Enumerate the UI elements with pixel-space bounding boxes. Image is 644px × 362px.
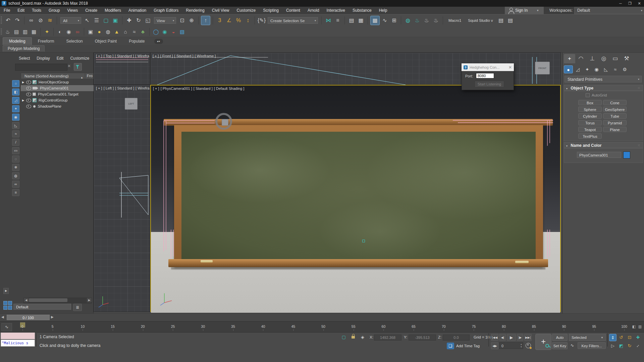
property-editor-icon[interactable]: ▥ bbox=[21, 28, 29, 36]
time-tag-icon[interactable]: ❑ bbox=[447, 343, 454, 349]
select-and-manipulate-icon[interactable]: ⊕ bbox=[187, 16, 196, 25]
ribbon-more-button[interactable]: ●▾ bbox=[154, 39, 163, 44]
menu-views[interactable]: Views bbox=[63, 7, 82, 14]
trackbar-option-icon-2[interactable]: ▥ bbox=[637, 324, 643, 329]
truck-camera-icon[interactable]: ✚ bbox=[634, 334, 642, 341]
time-configuration-icon[interactable] bbox=[526, 343, 531, 348]
menu-scripting[interactable]: Scripting bbox=[259, 7, 282, 14]
x-coordinate-field[interactable]: 1492.368 bbox=[374, 335, 401, 341]
arnold-ring-icon[interactable]: ◯ bbox=[152, 28, 160, 36]
spacewarps-category-icon[interactable]: ≈ bbox=[611, 65, 620, 73]
snaps-toggle-icon[interactable]: 3 bbox=[215, 16, 224, 25]
start-listening-button[interactable]: Start Listening bbox=[475, 81, 504, 87]
shapes-category-icon[interactable]: ◿ bbox=[573, 65, 582, 73]
tab-object-paint[interactable]: Object Paint bbox=[89, 38, 123, 45]
roll-camera-icon[interactable]: ↺ bbox=[618, 334, 625, 341]
window-crossing-icon[interactable]: ▣ bbox=[111, 16, 120, 25]
polygon-modeling-tab[interactable]: Polygon Modeling bbox=[3, 45, 45, 52]
textplus-button[interactable]: TextPlus bbox=[578, 133, 602, 139]
scroll-left-icon[interactable]: ◀ bbox=[24, 298, 29, 302]
set-key-button[interactable]: Set Key bbox=[552, 342, 568, 349]
z-coordinate-field[interactable]: 0.0 bbox=[443, 335, 470, 341]
foliage-icon[interactable]: ♣ bbox=[139, 28, 147, 36]
arnold-sphere-icon[interactable]: ◒ bbox=[169, 28, 177, 36]
display-cameras-icon[interactable]: ◉ bbox=[12, 114, 19, 121]
expand-arrow-icon[interactable]: ▶ bbox=[21, 81, 25, 84]
viewport-menu[interactable]: [ + ] bbox=[96, 86, 102, 90]
menu-content[interactable]: Content bbox=[282, 7, 304, 14]
display-shapes-icon[interactable]: ◿ bbox=[12, 97, 19, 104]
autogrid-checkbox[interactable] bbox=[586, 93, 590, 97]
motion-tab[interactable]: ◎ bbox=[598, 54, 609, 63]
viewport-shading-label[interactable]: [ Wirefra bbox=[136, 86, 150, 90]
dolly-camera-icon[interactable]: ⇕ bbox=[609, 334, 616, 341]
toggle-ribbon-icon[interactable]: ▩ bbox=[370, 16, 380, 25]
display-hidden-icon[interactable]: ◌ bbox=[12, 156, 19, 163]
explorer-menu-display[interactable]: Display bbox=[33, 56, 53, 61]
display-lights-icon[interactable]: ✦ bbox=[12, 105, 19, 112]
macro1-button[interactable]: Macro1 bbox=[448, 18, 461, 22]
dialog-title-bar[interactable]: 3 Hedghehog Con... ✕ bbox=[462, 63, 514, 71]
rendered-frame-window-icon[interactable]: ♨ bbox=[422, 16, 431, 25]
spinner-snap-toggle-icon[interactable]: ↕ bbox=[244, 16, 252, 25]
vp-label-front[interactable]: [ + ][ Front ][ Standard ][ Wireframe ] bbox=[153, 54, 217, 58]
current-frame-field[interactable]: 0 ▲▼ bbox=[499, 342, 523, 349]
y-coordinate-field[interactable]: -395.513 bbox=[409, 335, 436, 341]
time-slider[interactable]: ◀ 0 / 100 ▶ bbox=[0, 313, 644, 321]
explorer-hscrollbar[interactable]: ◀ ▶ bbox=[23, 298, 92, 303]
previous-frame-button[interactable]: ◀| bbox=[499, 334, 506, 341]
viewport-render-label[interactable]: [ Standard ] bbox=[174, 54, 194, 58]
select-and-link-icon[interactable]: ∞ bbox=[27, 16, 36, 25]
display-spacewarps-icon[interactable]: ≈ bbox=[12, 130, 19, 137]
auto-key-button[interactable]: Auto Key bbox=[552, 334, 568, 341]
field-of-view-icon[interactable]: ▷ bbox=[609, 342, 616, 350]
use-pivot-point-center-icon[interactable]: ⊡ bbox=[178, 16, 186, 25]
helpers-category-icon[interactable]: ◺ bbox=[601, 65, 610, 73]
geometry-category-icon[interactable]: ● bbox=[564, 65, 573, 73]
display-geometry-icon[interactable]: ◧ bbox=[12, 88, 19, 96]
key-mode-toggle-button[interactable]: ◀▶ bbox=[491, 342, 498, 349]
lights-category-icon[interactable]: ✦ bbox=[583, 65, 592, 73]
named-selection-sets-dropdown[interactable]: Create Selection Se▾ bbox=[268, 17, 318, 24]
macro-recorder-pane[interactable] bbox=[1, 333, 35, 339]
minimize-button[interactable]: ─ bbox=[616, 0, 625, 7]
layer-list-icon[interactable]: ≣ bbox=[73, 304, 82, 311]
explorer-search-input[interactable] bbox=[15, 64, 67, 71]
toggle-scene-explorer-icon[interactable]: ▤ bbox=[347, 16, 356, 25]
viewport-render-label[interactable]: [ Standard ] bbox=[194, 86, 213, 90]
clear-search-icon[interactable]: ✕ bbox=[67, 64, 71, 68]
cameras-category-icon[interactable]: ◉ bbox=[592, 65, 601, 73]
teapot-settings-icon[interactable]: ♨ bbox=[4, 28, 12, 36]
time-slider-handle[interactable]: 0 / 100 bbox=[7, 315, 50, 320]
select-and-scale-icon[interactable]: ◱ bbox=[144, 16, 152, 25]
display-tab[interactable]: ▭ bbox=[609, 54, 621, 63]
cone-star-icon[interactable]: ▲ bbox=[113, 28, 121, 36]
port-input[interactable] bbox=[476, 73, 494, 78]
curve-editor-icon[interactable]: ∿ bbox=[380, 16, 389, 25]
viewport-top[interactable]: [ + ][ Top ][ Standard ][ Wirefra bbox=[94, 53, 150, 85]
go-to-end-button[interactable]: ▶▶| bbox=[524, 334, 532, 341]
cylinder-button[interactable]: Cylinder bbox=[578, 113, 602, 119]
sphere-yellow-icon[interactable]: ● bbox=[95, 28, 103, 36]
tab-modeling[interactable]: Modeling bbox=[3, 37, 32, 45]
viewport-menu[interactable]: [ + ] bbox=[96, 54, 102, 58]
arnold-filled-icon[interactable]: ◉ bbox=[161, 28, 169, 36]
selection-lock-icon[interactable] bbox=[352, 336, 355, 339]
bind-to-space-warp-icon[interactable]: ≋ bbox=[46, 16, 54, 25]
viewport-render-label[interactable]: [ Standard ] bbox=[115, 54, 134, 58]
viewport-shading-label[interactable]: [ Wireframe ] bbox=[195, 54, 216, 58]
viewcube-top[interactable] bbox=[222, 119, 228, 126]
hierarchy-tab[interactable]: ⊥ bbox=[587, 54, 598, 63]
toolbar-grip[interactable] bbox=[1, 28, 2, 35]
utilities-tab[interactable]: ⚒ bbox=[621, 54, 632, 63]
maximize-viewport-toggle-icon[interactable]: ↕ bbox=[634, 342, 642, 350]
display-all-icon[interactable]: ○ bbox=[12, 80, 19, 87]
viewport-pov-label[interactable]: [ Front ] bbox=[160, 54, 173, 58]
render-production-icon[interactable]: ♨ bbox=[432, 16, 440, 25]
percent-snap-toggle-icon[interactable]: % bbox=[234, 16, 243, 25]
visibility-eye-icon[interactable] bbox=[26, 80, 31, 84]
frame-spinner-icon[interactable]: ▲▼ bbox=[520, 343, 522, 348]
visibility-eye-icon[interactable] bbox=[26, 93, 31, 96]
cone-button[interactable]: Cone bbox=[603, 100, 627, 105]
create-tab[interactable]: + bbox=[564, 54, 575, 63]
